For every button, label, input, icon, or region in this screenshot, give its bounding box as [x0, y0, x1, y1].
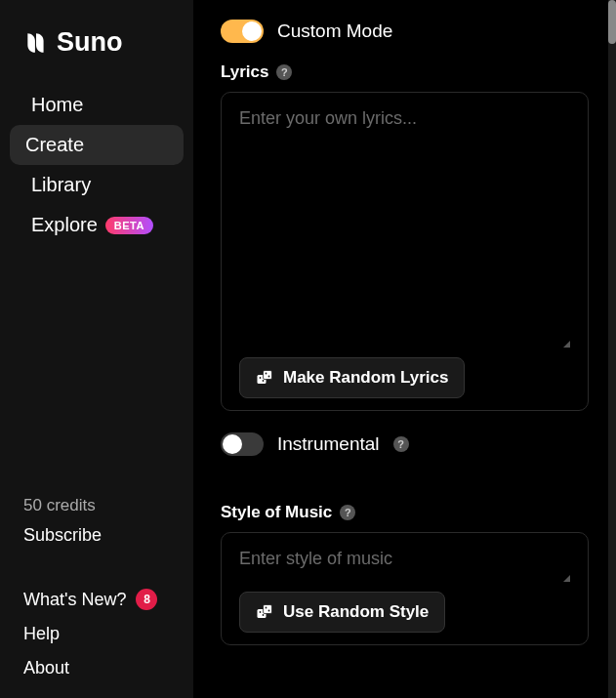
make-random-lyrics-button[interactable]: Make Random Lyrics: [239, 357, 465, 398]
svg-point-5: [268, 376, 270, 378]
toggle-knob: [242, 21, 262, 41]
toggle-knob: [223, 434, 242, 454]
lyrics-label: Lyrics: [221, 62, 268, 82]
scrollbar-track[interactable]: [608, 0, 616, 698]
svg-point-9: [263, 614, 265, 616]
svg-point-4: [266, 373, 267, 375]
nav-library[interactable]: Library: [10, 165, 184, 205]
svg-rect-1: [264, 371, 272, 380]
beta-badge: BETA: [105, 217, 153, 234]
style-input-box: Enter style of music Use Random Style: [221, 532, 589, 645]
primary-nav: Home Create Library Explore BETA: [0, 85, 193, 245]
svg-point-10: [266, 607, 267, 609]
logo[interactable]: Suno: [0, 20, 193, 85]
style-section-header: Style of Music ?: [221, 503, 589, 522]
svg-point-11: [268, 610, 270, 612]
footer-label: Help: [23, 624, 60, 644]
nav-home[interactable]: Home: [10, 85, 184, 125]
instrumental-row: Instrumental ?: [221, 432, 589, 456]
help-icon[interactable]: ?: [276, 64, 292, 80]
dice-icon: [256, 369, 273, 387]
credits-amount: 50 credits: [23, 496, 170, 515]
nav-create[interactable]: Create: [10, 125, 184, 165]
footer-whats-new[interactable]: What's New? 8: [23, 589, 170, 610]
sidebar: Suno Home Create Library Explore BETA 50…: [0, 0, 193, 698]
use-random-style-button[interactable]: Use Random Style: [239, 592, 445, 633]
footer-about[interactable]: About: [23, 658, 170, 678]
svg-point-3: [263, 380, 265, 382]
style-textarea[interactable]: Enter style of music: [239, 549, 570, 582]
svg-rect-7: [264, 605, 272, 614]
random-lyrics-label: Make Random Lyrics: [283, 368, 448, 388]
subscribe-link[interactable]: Subscribe: [23, 525, 170, 546]
footer-nav: What's New? 8 Help About: [0, 569, 193, 678]
custom-mode-toggle[interactable]: [221, 20, 264, 43]
credits-section: 50 credits Subscribe: [0, 496, 193, 569]
nav-label: Library: [31, 174, 91, 196]
resize-handle-icon[interactable]: [563, 575, 570, 582]
notification-badge: 8: [136, 589, 157, 610]
footer-label: What's New?: [23, 590, 126, 610]
dice-icon: [256, 603, 273, 621]
style-placeholder: Enter style of music: [239, 549, 392, 568]
lyrics-textarea[interactable]: Enter your own lyrics...: [239, 108, 570, 348]
resize-handle-icon[interactable]: [563, 341, 570, 348]
svg-point-2: [260, 377, 262, 379]
logo-text: Suno: [57, 27, 123, 58]
nav-label: Home: [31, 94, 83, 116]
footer-label: About: [23, 658, 69, 678]
custom-mode-label: Custom Mode: [277, 21, 392, 42]
lyrics-input-box: Enter your own lyrics... Make Random Lyr…: [221, 92, 589, 411]
style-label: Style of Music: [221, 503, 332, 522]
instrumental-toggle[interactable]: [221, 432, 264, 456]
help-icon[interactable]: ?: [340, 505, 355, 520]
main-content: Custom Mode Lyrics ? Enter your own lyri…: [193, 0, 616, 698]
scrollbar-thumb[interactable]: [608, 0, 616, 44]
custom-mode-row: Custom Mode: [221, 20, 589, 43]
nav-label: Create: [25, 134, 84, 156]
nav-label: Explore: [31, 214, 98, 236]
lyrics-section-header: Lyrics ?: [221, 62, 589, 82]
instrumental-label: Instrumental: [277, 433, 380, 455]
lyrics-placeholder: Enter your own lyrics...: [239, 108, 417, 128]
footer-help[interactable]: Help: [23, 624, 170, 644]
svg-point-8: [260, 611, 262, 613]
suno-logo-icon: [23, 30, 49, 56]
random-style-label: Use Random Style: [283, 602, 429, 622]
nav-explore[interactable]: Explore BETA: [10, 205, 184, 245]
help-icon[interactable]: ?: [393, 436, 409, 452]
